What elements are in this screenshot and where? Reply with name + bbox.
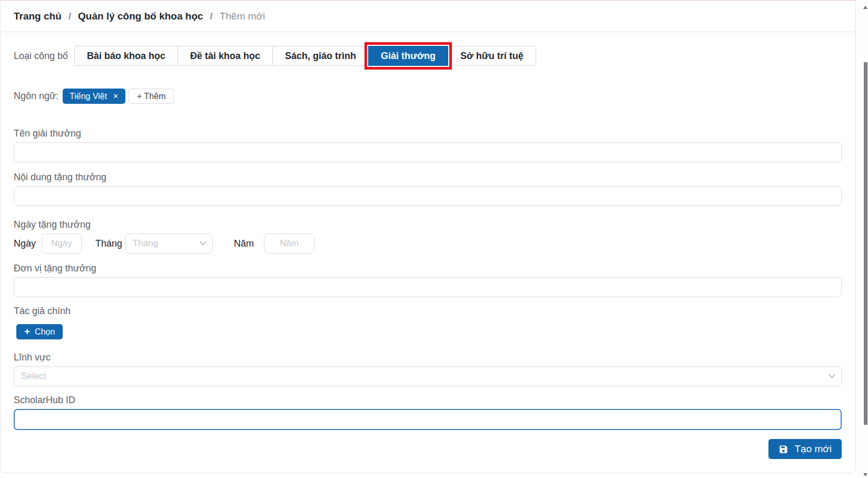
language-tag-vietnamese[interactable]: Tiếng Việt ✕ xyxy=(63,89,125,104)
language-label: Ngôn ngữ: xyxy=(14,91,63,102)
choose-author-button-label: Chọn xyxy=(35,327,55,337)
field-of-study-select[interactable]: Select xyxy=(14,366,842,386)
chevron-down-icon xyxy=(828,372,835,378)
field-of-study-field: Lĩnh vực Select xyxy=(14,352,842,386)
tab-intellectual-property[interactable]: Sở hữu trí tuệ xyxy=(448,46,536,66)
award-content-label: Nội dung tặng thưởng xyxy=(14,172,842,183)
publication-type-tabs: Bài báo khoa học Đề tài khoa học Sách, g… xyxy=(74,46,536,66)
tab-awards-active-highlighted[interactable]: Giải thưởng xyxy=(368,46,448,66)
scrollbar-arrow-down-icon[interactable] xyxy=(863,473,867,476)
choose-author-button[interactable]: + Chọn xyxy=(16,324,63,339)
tab-books-textbooks[interactable]: Sách, giáo trình xyxy=(272,46,369,66)
chevron-down-icon xyxy=(200,239,206,246)
month-label: Tháng xyxy=(95,238,122,249)
form-content: Loại công bố Bài báo khoa học Đề tài kho… xyxy=(1,32,855,459)
year-label: Năm xyxy=(234,238,254,249)
award-unit-label: Đơn vị tặng thưởng xyxy=(14,263,842,274)
field-of-study-placeholder: Select xyxy=(21,371,46,382)
language-row: Ngôn ngữ: Tiếng Việt ✕ + Thêm xyxy=(14,89,842,104)
award-name-label: Tên giải thưởng xyxy=(14,128,842,139)
scrollbar-track[interactable] xyxy=(857,0,868,478)
breadcrumb: Trang chủ / Quản lý công bố khoa học / T… xyxy=(1,1,855,32)
month-select-placeholder: Tháng xyxy=(133,238,158,249)
main-card: Trang chủ / Quản lý công bố khoa học / T… xyxy=(0,1,856,473)
scrollbar-thumb[interactable] xyxy=(864,62,867,425)
scholarhub-id-label: ScholarHub ID xyxy=(14,395,842,406)
form-footer: Tạo mới xyxy=(14,439,842,459)
day-input[interactable] xyxy=(42,233,82,253)
field-of-study-label: Lĩnh vực xyxy=(14,352,842,363)
breadcrumb-separator: / xyxy=(68,11,71,22)
award-name-field: Tên giải thưởng xyxy=(14,128,842,162)
save-floppy-icon xyxy=(778,444,788,454)
add-language-button[interactable]: + Thêm xyxy=(129,89,174,104)
breadcrumb-separator: / xyxy=(210,11,213,22)
breadcrumb-publications[interactable]: Quản lý công bố khoa học xyxy=(78,11,203,22)
scholarhub-id-input-focused[interactable] xyxy=(14,409,842,430)
tab-scientific-article[interactable]: Bài báo khoa học xyxy=(74,46,178,66)
award-name-input[interactable] xyxy=(14,142,842,162)
plus-icon: + xyxy=(24,326,30,336)
award-unit-field: Đơn vị tặng thưởng xyxy=(14,263,842,297)
year-input[interactable] xyxy=(264,233,314,253)
award-content-field: Nội dung tặng thưởng xyxy=(14,172,842,206)
breadcrumb-home[interactable]: Trang chủ xyxy=(14,11,62,22)
create-new-button[interactable]: Tạo mới xyxy=(768,439,842,459)
award-date-field: Ngày tặng thưởng Ngày Tháng Tháng Năm xyxy=(14,219,842,253)
main-author-label: Tác giả chính xyxy=(14,306,842,317)
award-date-label: Ngày tặng thưởng xyxy=(14,219,842,230)
scrollbar-arrow-up-icon[interactable] xyxy=(863,6,867,9)
award-date-row: Ngày Tháng Tháng Năm xyxy=(14,233,842,253)
remove-tag-icon[interactable]: ✕ xyxy=(113,93,119,100)
publication-type-row: Loại công bố Bài báo khoa học Đề tài kho… xyxy=(14,46,842,66)
main-author-field: Tác giả chính + Chọn xyxy=(14,306,842,339)
tab-scientific-topic[interactable]: Đề tài khoa học xyxy=(177,46,273,66)
breadcrumb-current-add-new: Thêm mới xyxy=(220,11,265,22)
award-unit-input[interactable] xyxy=(14,277,842,297)
award-content-input[interactable] xyxy=(14,186,842,206)
day-label: Ngày xyxy=(14,238,36,249)
scholarhub-id-field: ScholarHub ID xyxy=(14,395,842,430)
publication-type-label: Loại công bố xyxy=(14,51,74,62)
language-tag-label: Tiếng Việt xyxy=(70,92,107,101)
month-select[interactable]: Tháng xyxy=(125,233,213,253)
create-new-button-label: Tạo mới xyxy=(794,443,832,455)
